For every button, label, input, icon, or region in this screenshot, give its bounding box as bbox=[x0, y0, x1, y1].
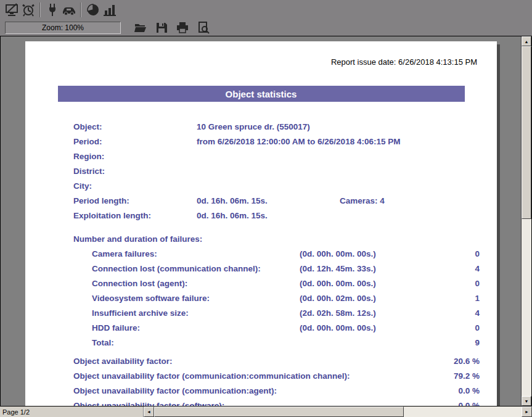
failure-row: Videosystem software failure: (0d. 00h. … bbox=[25, 291, 497, 305]
vertical-scrollbar[interactable]: ▲ ▼ bbox=[521, 36, 531, 406]
failure-row: Camera failures: (0d. 00h. 00m. 00s.) 0 bbox=[25, 246, 497, 261]
pie-timer-button[interactable] bbox=[84, 2, 101, 18]
field-row: Region: bbox=[25, 149, 497, 163]
toolbar-separator bbox=[39, 2, 41, 17]
field-value: 0d. 16h. 06m. 15s. bbox=[197, 211, 268, 220]
field-label: Object: bbox=[73, 122, 197, 131]
alarm-clock-icon bbox=[22, 3, 35, 17]
field-label: District: bbox=[73, 167, 197, 176]
failure-row: Connection lost (agent): (0d. 00h. 00m. … bbox=[25, 276, 497, 291]
factor-row: Object unavailability factor (software):… bbox=[25, 398, 497, 406]
scroll-down-button[interactable]: ▼ bbox=[522, 396, 531, 406]
bar-chart-icon bbox=[103, 3, 117, 17]
report-title-banner: Object statistics bbox=[58, 86, 465, 102]
failures-total-row: Total: 9 bbox=[25, 335, 497, 350]
field-row: Object: 10 Green spruce dr. (550017) bbox=[25, 119, 497, 134]
save-icon bbox=[155, 22, 168, 34]
status-bar: Page 1/2 ◄ ► bbox=[0, 406, 532, 417]
print-icon bbox=[176, 22, 189, 34]
factor-row: Object unavailability factor (communicat… bbox=[25, 383, 497, 398]
scroll-right-button[interactable]: ► bbox=[522, 407, 532, 417]
cameras-count: Cameras: 4 bbox=[340, 196, 385, 205]
failure-row: Connection lost (communication channel):… bbox=[25, 261, 497, 276]
field-value: from 6/26/2018 12:00:00 AM to 6/26/2018 … bbox=[197, 137, 400, 146]
factor-row: Object unavailability factor (communicat… bbox=[25, 368, 497, 383]
factor-row: Object availability factor: 20.6 % bbox=[25, 353, 497, 368]
up-arrow-icon: ▲ bbox=[525, 39, 529, 44]
report-content-area: Report issue date: 6/26/2018 4:13:15 PM … bbox=[0, 36, 532, 406]
field-row: District: bbox=[25, 163, 497, 178]
report-fields: Object: 10 Green spruce dr. (550017) Per… bbox=[25, 119, 497, 223]
zoom-label: Zoom: 100% bbox=[42, 23, 84, 32]
monitor-icon bbox=[5, 3, 18, 17]
field-row: Exploitation length: 0d. 16h. 06m. 15s. bbox=[25, 208, 497, 223]
field-value: 10 Green spruce dr. (550017) bbox=[197, 122, 310, 131]
field-label: Period: bbox=[73, 137, 197, 146]
field-label: Region: bbox=[73, 152, 197, 161]
scroll-left-button[interactable]: ◄ bbox=[144, 407, 154, 417]
bar-chart-button[interactable] bbox=[101, 2, 118, 18]
right-arrow-icon: ► bbox=[525, 410, 529, 414]
field-label: City: bbox=[73, 181, 197, 191]
field-label: Period length: bbox=[73, 196, 197, 205]
horizontal-scrollbar[interactable]: ◄ ► bbox=[144, 407, 532, 417]
horizontal-scroll-track[interactable] bbox=[154, 407, 522, 417]
total-value: 9 bbox=[475, 338, 480, 347]
monitor-button[interactable] bbox=[3, 2, 20, 18]
report-page: Report issue date: 6/26/2018 4:13:15 PM … bbox=[25, 41, 497, 406]
report-toolbar: Zoom: 100% bbox=[0, 19, 532, 36]
page-viewport: Report issue date: 6/26/2018 4:13:15 PM … bbox=[1, 36, 521, 406]
car-icon bbox=[62, 3, 76, 17]
field-row: Period: from 6/26/2018 12:00:00 AM to 6/… bbox=[25, 134, 497, 149]
scroll-up-button[interactable]: ▲ bbox=[522, 36, 531, 46]
main-toolbar bbox=[0, 0, 532, 19]
left-arrow-icon: ◄ bbox=[147, 410, 151, 414]
preview-icon bbox=[197, 22, 210, 34]
car-button[interactable] bbox=[60, 2, 77, 18]
failures-list: Camera failures: (0d. 00h. 00m. 00s.) 0 … bbox=[25, 246, 497, 350]
plug-button[interactable] bbox=[44, 2, 60, 18]
print-button[interactable] bbox=[174, 20, 190, 36]
failures-section-header: Number and duration of failures: bbox=[25, 231, 497, 246]
horizontal-scroll-thumb[interactable] bbox=[154, 407, 404, 417]
toolbar-separator bbox=[80, 2, 81, 17]
report-toolbar-buttons bbox=[132, 20, 211, 36]
report-viewer-window: Zoom: 100% bbox=[0, 0, 532, 417]
report-issue-date: Report issue date: 6/26/2018 4:13:15 PM bbox=[25, 57, 477, 67]
failure-row: Insufficient archive size: (2d. 02h. 58m… bbox=[25, 305, 497, 320]
zoom-control[interactable]: Zoom: 100% bbox=[5, 22, 121, 34]
field-value: 0d. 16h. 06m. 15s. bbox=[197, 196, 268, 205]
pie-timer-icon bbox=[86, 3, 100, 17]
open-folder-icon bbox=[134, 22, 147, 34]
failure-row: HDD failure: (0d. 00h. 00m. 00s.) 0 bbox=[25, 320, 497, 335]
save-button[interactable] bbox=[153, 20, 170, 36]
down-arrow-icon: ▼ bbox=[525, 399, 529, 403]
field-label: Exploitation length: bbox=[73, 211, 197, 220]
total-label: Total: bbox=[92, 338, 114, 347]
plug-icon bbox=[46, 3, 59, 17]
alarm-clock-button[interactable] bbox=[20, 2, 36, 18]
vertical-scroll-track[interactable] bbox=[522, 46, 531, 396]
field-row: City: bbox=[25, 178, 497, 193]
factors-list: Object availability factor: 20.6 % Objec… bbox=[25, 353, 497, 406]
open-folder-button[interactable] bbox=[132, 20, 149, 36]
field-row: Period length: 0d. 16h. 06m. 15s. Camera… bbox=[25, 193, 497, 208]
preview-button[interactable] bbox=[195, 20, 211, 36]
page-indicator: Page 1/2 bbox=[0, 407, 144, 417]
vertical-scroll-thumb[interactable] bbox=[522, 46, 531, 219]
